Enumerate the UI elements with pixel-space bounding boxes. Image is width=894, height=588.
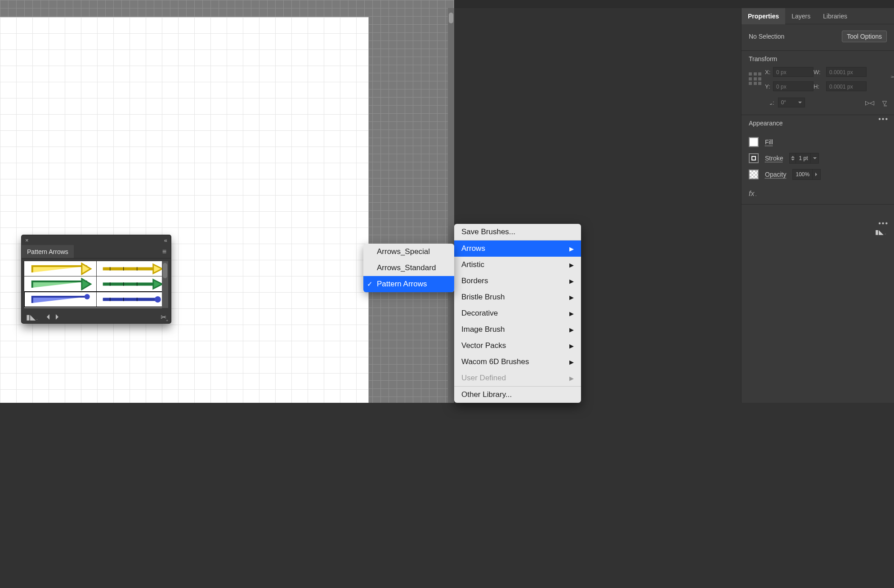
brush-libraries-footer-icon[interactable]: ▮◣. (26, 313, 38, 321)
artboard[interactable] (0, 17, 369, 403)
brush-list (24, 261, 168, 308)
menu-cat-user-defined: User Defined▶ (454, 370, 581, 386)
svg-marker-6 (153, 280, 162, 289)
submenu-pattern-arrows[interactable]: ✓Pattern Arrows (363, 276, 454, 292)
brush-row-selected[interactable] (24, 292, 168, 307)
submenu-arrows-standard[interactable]: Arrows_Standard (363, 260, 454, 276)
panel-menu-icon[interactable]: ≡ (158, 245, 171, 258)
menu-other-library[interactable]: Other Library... (454, 387, 581, 403)
svg-marker-1 (153, 264, 162, 273)
menu-cat-image-brush[interactable]: Image Brush▶ (454, 321, 581, 338)
panel-close-icon[interactable]: × (25, 237, 29, 244)
brush-list-scrollbar[interactable] (162, 261, 168, 308)
arrows-submenu: Arrows_Special Arrows_Standard ✓Pattern … (363, 244, 454, 292)
panel-collapse-icon[interactable]: « (164, 237, 167, 244)
add-to-brushes-icon[interactable]: ✂₊ (161, 313, 166, 321)
menu-cat-decorative[interactable]: Decorative▶ (454, 305, 581, 321)
svg-marker-0 (82, 263, 91, 274)
svg-marker-5 (82, 279, 91, 290)
panel-tab-pattern-arrows[interactable]: Pattern Arrows (22, 245, 74, 258)
pattern-arrows-panel: × « Pattern Arrows ≡ ▮◣. (22, 235, 171, 323)
menu-cat-borders[interactable]: Borders▶ (454, 273, 581, 289)
canvas-area (0, 0, 454, 403)
menu-cat-bristle-brush[interactable]: Bristle Brush▶ (454, 289, 581, 305)
brush-library-menu: Save Brushes... Arrows▶ Artistic▶ Border… (454, 224, 581, 403)
menu-cat-wacom-6d[interactable]: Wacom 6D Brushes▶ (454, 354, 581, 370)
brush-row[interactable] (24, 276, 168, 292)
svg-point-10 (85, 294, 90, 299)
menu-save-brushes[interactable]: Save Brushes... (454, 224, 581, 240)
submenu-arrows-special[interactable]: Arrows_Special (363, 244, 454, 260)
canvas-scrollbar[interactable] (448, 8, 454, 403)
menu-cat-artistic[interactable]: Artistic▶ (454, 257, 581, 273)
menu-cat-vector-packs[interactable]: Vector Packs▶ (454, 338, 581, 354)
next-library-icon[interactable] (56, 314, 61, 320)
menu-cat-arrows[interactable]: Arrows▶ (454, 241, 581, 257)
brush-row[interactable] (24, 261, 168, 276)
svg-point-11 (154, 296, 161, 303)
prev-library-icon[interactable] (44, 314, 49, 320)
